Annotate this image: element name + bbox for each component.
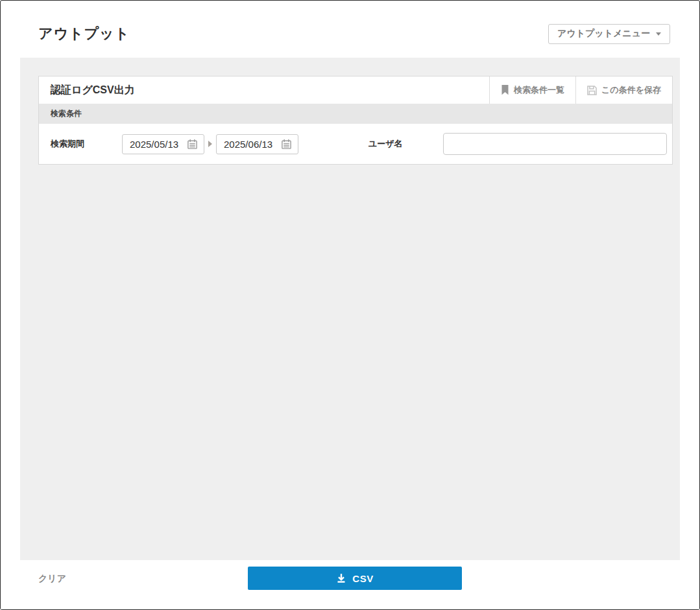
csv-download-button[interactable]: CSV [248,567,462,590]
bookmark-icon [501,85,509,95]
date-to-field[interactable]: 2025/06/13 [216,134,298,154]
csv-button-label: CSV [352,573,373,584]
clear-button[interactable]: クリア [38,573,66,585]
save-condition-button[interactable]: この条件を保存 [575,76,672,104]
save-condition-label: この条件を保存 [601,84,661,96]
saved-conditions-button[interactable]: 検索条件一覧 [489,76,575,104]
date-from-field[interactable]: 2025/05/13 [122,134,204,154]
search-form-row: 検索期間 2025/05/13 2025/06/13 [39,124,672,164]
content-panel: 認証ログCSV出力 検索条件一覧 この条件を保存 検索条件 [20,58,680,561]
footer-bar: クリア CSV [1,560,699,609]
search-period-label: 検索期間 [51,138,122,150]
calendar-icon [187,139,198,150]
floppy-save-icon [587,86,597,95]
arrow-right-icon [208,141,212,147]
caret-down-icon [656,32,661,36]
date-to-value: 2025/06/13 [224,139,272,150]
username-label: ユーザ名 [368,138,403,150]
page-title: アウトプット [38,24,130,43]
app-window: アウトプット アウトプットメニュー 認証ログCSV出力 検索条件一覧 [0,0,700,610]
saved-conditions-label: 検索条件一覧 [514,84,564,96]
username-input[interactable] [443,133,667,155]
search-conditions-section-header: 検索条件 [39,104,672,124]
output-menu-button[interactable]: アウトプットメニュー [548,24,670,44]
page-header: アウトプット アウトプットメニュー [1,1,699,58]
download-icon [336,573,346,583]
calendar-icon [281,139,292,150]
card-title: 認証ログCSV出力 [39,84,135,97]
date-from-value: 2025/05/13 [130,139,178,150]
csv-output-card: 認証ログCSV出力 検索条件一覧 この条件を保存 検索条件 [38,76,673,165]
output-menu-button-label: アウトプットメニュー [557,28,650,40]
card-header: 認証ログCSV出力 検索条件一覧 この条件を保存 [39,76,672,104]
